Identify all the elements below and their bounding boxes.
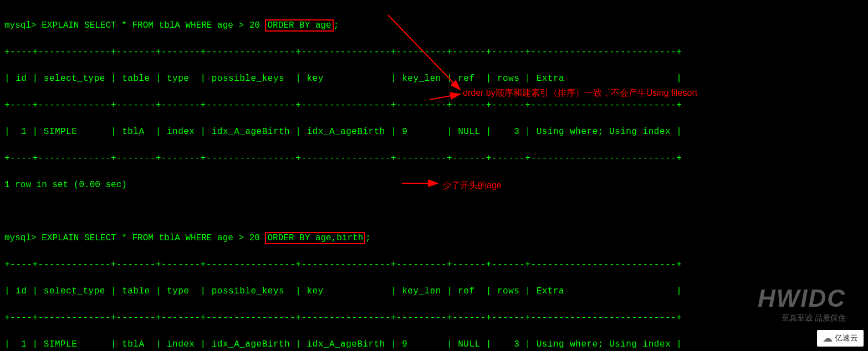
watermark-sub: 至真至诚 品质保住 [782,313,846,323]
query2-post: ; [365,233,371,243]
table2-header: | id | select_type | table | type | poss… [4,285,864,298]
query1-post: ; [334,20,339,30]
query2-pre: EXPLAIN SELECT * FROM tblA WHERE age > 2… [42,233,265,243]
table1-sep2: +----+-------------+-------+-------+----… [4,99,864,112]
table2-sep1: +----+-------------+-------+-------+----… [4,258,864,271]
cloud-icon: ☁ [823,332,833,344]
query1-highlight: ORDER BY age [265,19,333,32]
table2-data: | 1 | SIMPLE | tblA | index | idx_A_ageB… [4,338,864,351]
query2-highlight: ORDER BY age,birth [265,232,365,244]
table1-sep3: +----+-------------+-------+-------+----… [4,152,864,165]
watermark-main: HWIDC [758,285,846,312]
mysql-prompt: mysql> [4,20,42,30]
table1-data: | 1 | SIMPLE | tblA | index | idx_A_ageB… [4,125,864,138]
watermark-yisu-text: 亿速云 [835,333,858,343]
query-line-2: mysql> EXPLAIN SELECT * FROM tblA WHERE … [4,231,864,245]
mysql-terminal: mysql> EXPLAIN SELECT * FROM tblA WHERE … [0,0,868,351]
annotation-text-1: order by顺序和建索引（排序）一致，不会产生Using filesort [463,87,697,99]
table1-sep1: +----+-------------+-------+-------+----… [4,45,864,59]
watermark-yisu: ☁ 亿速云 [817,330,864,347]
query-line-1: mysql> EXPLAIN SELECT * FROM tblA WHERE … [4,19,864,32]
table2-sep2: +----+-------------+-------+-------+----… [4,311,864,324]
mysql-prompt-2: mysql> [4,233,42,243]
query1-pre: EXPLAIN SELECT * FROM tblA WHERE age > 2… [42,20,265,30]
annotation-text-2: 少了开头的age [442,180,502,192]
result1: 1 row in set (0.00 sec) [4,178,864,192]
table1-header: | id | select_type | table | type | poss… [4,72,864,85]
